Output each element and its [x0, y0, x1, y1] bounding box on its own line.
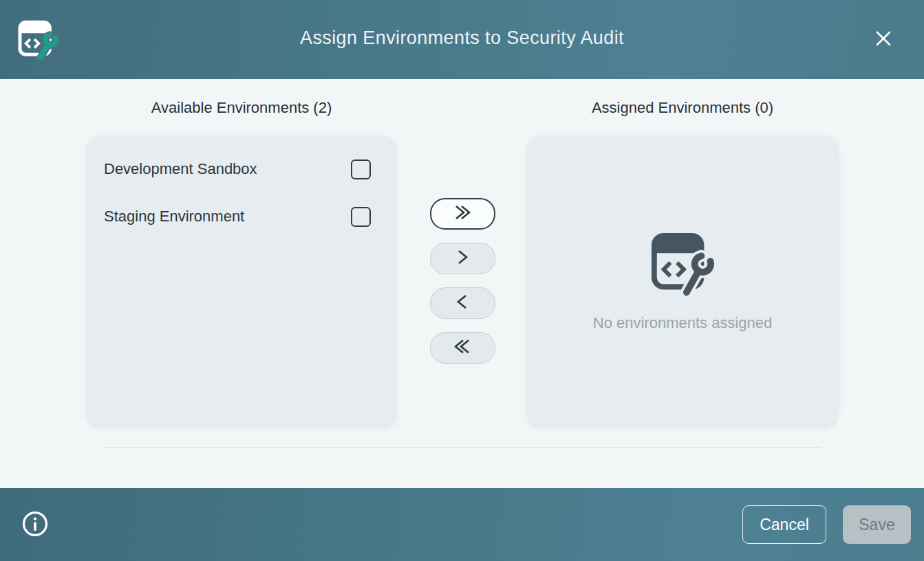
code-window-wrench-icon: [649, 229, 716, 296]
info-button[interactable]: [21, 511, 49, 538]
footer-actions: Cancel Save: [742, 505, 911, 544]
available-environments-panel: Development Sandbox Staging Environment: [87, 136, 396, 425]
environment-row[interactable]: Staging Environment: [104, 203, 371, 230]
info-icon: [21, 510, 49, 540]
close-button[interactable]: [870, 26, 896, 52]
assigned-environments-heading: Assigned Environments (0): [528, 99, 837, 117]
move-left-button[interactable]: [430, 287, 495, 319]
environment-row[interactable]: Development Sandbox: [104, 155, 371, 183]
dialog-footer: Cancel Save: [0, 488, 924, 561]
environment-checkbox[interactable]: [351, 160, 371, 179]
transfer-controls: [429, 136, 495, 425]
move-right-button[interactable]: [430, 243, 495, 274]
chevron-right-icon: [453, 248, 471, 268]
assigned-environments-panel: No environments assigned: [528, 136, 837, 425]
move-all-right-button[interactable]: [430, 198, 495, 230]
dialog-header: Assign Environments to Security Audit: [0, 0, 924, 79]
assign-environments-dialog: Assign Environments to Security Audit Av…: [0, 0, 924, 561]
double-chevron-left-icon: [453, 338, 471, 358]
environment-label: Development Sandbox: [104, 160, 257, 178]
move-all-left-button[interactable]: [430, 332, 495, 364]
available-environments-heading: Available Environments (2): [87, 99, 396, 117]
environment-label: Staging Environment: [104, 208, 244, 226]
save-button[interactable]: Save: [843, 505, 911, 544]
environment-checkbox[interactable]: [351, 207, 371, 227]
double-chevron-right-icon: [453, 204, 471, 223]
chevron-left-icon: [453, 293, 471, 313]
close-icon: [872, 28, 894, 52]
empty-state-text: No environments assigned: [593, 314, 772, 332]
cancel-button[interactable]: Cancel: [742, 505, 826, 544]
divider: [103, 447, 821, 448]
dialog-title: Assign Environments to Security Audit: [0, 28, 924, 49]
